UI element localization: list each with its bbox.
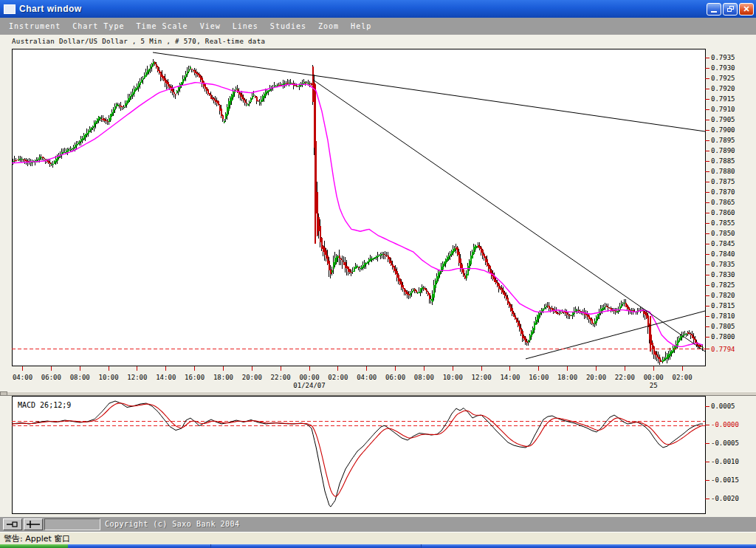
price-tick-label: 0.7835: [711, 261, 735, 268]
candle-body: [538, 313, 540, 319]
bottom-toolbar: Copyright (c) Saxo Bank 2004: [0, 517, 756, 532]
candle-body: [529, 335, 531, 340]
chart-canvas[interactable]: 0.79350.79300.79250.79200.79150.79100.79…: [0, 35, 756, 517]
candle-body: [163, 76, 165, 81]
candle-body: [107, 121, 109, 122]
candle-body: [129, 96, 131, 100]
candle-body: [624, 303, 625, 304]
price-tick-label: 0.7880: [711, 168, 735, 175]
candle-body: [345, 262, 346, 268]
candle-body: [351, 272, 352, 273]
candle-body: [210, 95, 212, 99]
candle-body: [367, 261, 368, 264]
candle-body: [433, 285, 435, 298]
candle-body: [358, 267, 360, 268]
candle-body: [57, 157, 58, 161]
candle-body: [473, 247, 475, 254]
candle-body: [194, 70, 196, 73]
candle-body: [333, 262, 334, 269]
candle-body: [296, 86, 298, 87]
candle-body: [36, 160, 38, 161]
candle-body: [197, 73, 199, 75]
candle-body: [172, 89, 173, 92]
candle-body: [54, 161, 55, 164]
candle-body: [94, 123, 95, 127]
candle-body: [117, 105, 119, 106]
candle-body: [417, 292, 419, 293]
candle-body: [399, 278, 401, 284]
candle-body: [188, 69, 190, 72]
candle-body: [501, 288, 503, 292]
candle-body: [134, 89, 135, 94]
candle-body: [323, 246, 324, 251]
menu-item-studies[interactable]: Studies: [264, 22, 312, 30]
crosshair-button[interactable]: [24, 518, 43, 530]
candle-body: [295, 85, 296, 86]
candle-body: [258, 100, 259, 101]
candle-body: [674, 346, 676, 350]
menu-item-zoom[interactable]: Zoom: [312, 22, 345, 30]
candle-body: [432, 294, 433, 302]
toolbar-status-box: [44, 518, 100, 530]
candle-body: [401, 281, 402, 287]
candle-body: [408, 294, 410, 295]
candle-body: [652, 343, 653, 349]
candle-body: [209, 93, 210, 95]
candle-body: [464, 275, 466, 278]
candle-body: [357, 266, 358, 267]
candle-body: [506, 295, 507, 299]
candle-body: [605, 306, 606, 307]
macd-label: MACD 26;12;9: [18, 401, 71, 409]
candle-body: [250, 98, 252, 103]
time-tick-label: 18:00: [213, 374, 233, 381]
candle-body: [596, 317, 597, 322]
candle-body: [535, 320, 537, 324]
macd-plot[interactable]: [13, 397, 706, 514]
restore-button[interactable]: [723, 3, 738, 16]
candle-body: [55, 159, 57, 162]
candle-body: [520, 328, 522, 334]
candle-body: [544, 307, 546, 309]
time-tick-label: 14:00: [500, 374, 520, 381]
candle-body: [673, 348, 674, 352]
candle-body: [370, 258, 371, 261]
candle-body: [193, 70, 194, 71]
price-plot[interactable]: [13, 49, 706, 366]
candle-body: [426, 290, 427, 292]
candle-body: [681, 336, 683, 338]
candle-body: [659, 357, 661, 362]
candle-body: [690, 334, 692, 335]
minimize-button[interactable]: [707, 3, 721, 16]
splitter-handle[interactable]: [1, 392, 7, 396]
candle-body: [116, 104, 117, 106]
minimize-icon: [711, 11, 717, 13]
panel-splitter[interactable]: [0, 391, 756, 396]
candle-body: [103, 118, 104, 120]
menu-item-instrument[interactable]: Instrument: [3, 22, 66, 30]
macd-tick-label: -0.0010: [711, 458, 739, 465]
menu-item-help[interactable]: Help: [345, 22, 377, 30]
menu-item-time-scale[interactable]: Time Scale: [130, 22, 193, 30]
price-tick-label: 0.7895: [711, 137, 735, 144]
candle-body: [485, 256, 487, 262]
start-button-edge[interactable]: [0, 544, 68, 548]
candle-body: [18, 159, 20, 160]
menu-item-view[interactable]: View: [194, 22, 227, 30]
candle-body: [69, 150, 70, 151]
taskbar-separator: [210, 544, 211, 548]
candle-body: [364, 263, 365, 267]
time-tick-label: 10:00: [443, 374, 463, 381]
snap-to-end-button[interactable]: [3, 518, 22, 530]
price-tick-label: 0.7930: [711, 64, 735, 72]
menu-item-chart-type[interactable]: Chart Type: [66, 22, 130, 30]
candle-body: [481, 247, 482, 253]
candle-body: [420, 288, 422, 292]
candle-body: [404, 288, 405, 291]
price-axis: 0.79350.79300.79250.79200.79150.79100.79…: [705, 54, 735, 353]
candle-body: [503, 290, 504, 295]
menu-item-lines[interactable]: Lines: [227, 22, 264, 30]
close-button[interactable]: ✕: [739, 3, 754, 16]
candle-body: [543, 309, 544, 311]
candle-body: [191, 69, 193, 69]
taskbar-strip: [0, 544, 756, 548]
